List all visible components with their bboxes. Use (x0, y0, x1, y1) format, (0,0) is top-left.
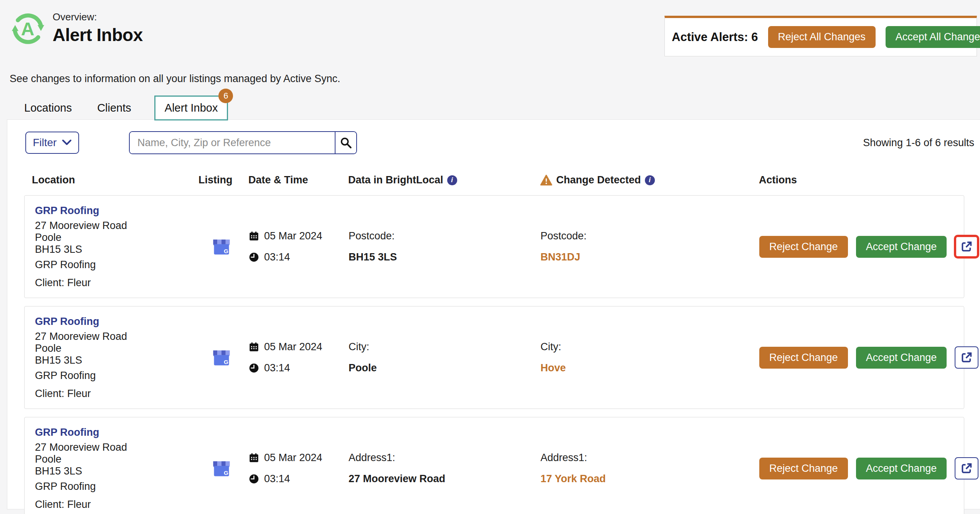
open-listing-button[interactable] (955, 457, 978, 479)
accept-change-button[interactable]: Accept Change (856, 347, 947, 369)
toolbar: Filter Showing 1-6 of 6 results (7, 120, 980, 154)
external-link-icon (960, 462, 973, 474)
time-line: 03:14 (249, 251, 346, 263)
location-address1: 27 Mooreview Road (35, 220, 197, 232)
svg-text:G: G (224, 248, 228, 254)
location-address1: 27 Mooreview Road (35, 442, 197, 453)
header-detected-label: Change Detected (556, 174, 641, 186)
change-date: 05 Mar 2024 (264, 230, 322, 242)
location-name-link[interactable]: GRP Roofing (35, 316, 99, 328)
current-field-value: BH15 3LS (349, 251, 538, 263)
location-client: Client: Fleur (35, 277, 197, 289)
location-business-name: GRP Roofing (35, 481, 197, 493)
location-name-link[interactable]: GRP Roofing (35, 427, 99, 438)
current-field-value: 27 Mooreview Road (349, 473, 538, 485)
open-listing-button[interactable] (955, 236, 978, 258)
table-header-row: Location Listing Date & Time Data in Bri… (24, 174, 964, 195)
location-address1: 27 Mooreview Road (35, 331, 197, 343)
google-business-storefront-icon: G (212, 459, 231, 478)
detected-change-cell: Address1: 17 York Road (538, 452, 730, 485)
location-city: Poole (35, 232, 197, 244)
tab-alert-inbox[interactable]: Alert Inbox 6 (154, 96, 228, 120)
reject-change-button[interactable]: Reject Change (759, 347, 848, 369)
external-link-icon (960, 351, 973, 364)
location-cell: GRP Roofing 27 Mooreview Road Poole BH15… (25, 427, 197, 511)
location-postcode: BH15 3LS (35, 354, 197, 366)
search-input[interactable] (130, 132, 335, 153)
active-alerts-count: Active Alerts: 6 (672, 30, 758, 44)
active-alerts-card: Active Alerts: 6 Reject All Changes Acce… (664, 16, 977, 56)
change-time: 03:14 (264, 251, 290, 263)
warning-triangle-icon (540, 175, 552, 186)
change-date: 05 Mar 2024 (264, 341, 322, 353)
overview-label: Overview: (53, 11, 143, 23)
google-business-storefront-icon: G (212, 348, 231, 367)
location-cell: GRP Roofing 27 Mooreview Road Poole BH15… (25, 316, 197, 400)
title-block: Overview: Alert Inbox (53, 11, 143, 45)
google-business-storefront-icon: G (212, 237, 231, 256)
active-sync-logo-icon: A (10, 10, 46, 46)
accept-change-button[interactable]: Accept Change (856, 458, 947, 479)
current-field-label: Address1: (349, 452, 538, 464)
location-city: Poole (35, 343, 197, 354)
actions-cell: Reject Change Accept Change (730, 457, 978, 479)
reject-change-button[interactable]: Reject Change (759, 236, 848, 258)
location-business-name: GRP Roofing (35, 259, 197, 271)
location-postcode: BH15 3LS (35, 244, 197, 255)
current-data-cell: Postcode: BH15 3LS (346, 230, 538, 263)
reject-all-changes-button[interactable]: Reject All Changes (768, 26, 876, 48)
listing-cell: G (197, 237, 246, 256)
clock-icon (249, 252, 259, 262)
tab-alert-inbox-label: Alert Inbox (165, 102, 218, 114)
alert-row: GRP Roofing 27 Mooreview Road Poole BH15… (24, 417, 964, 514)
datetime-cell: 05 Mar 2024 03:14 (246, 452, 346, 485)
page-subtitle: See changes to information on all your l… (10, 73, 980, 85)
header-detected: Change Detected i (538, 174, 730, 186)
time-line: 03:14 (249, 473, 346, 485)
location-name-link[interactable]: GRP Roofing (35, 205, 99, 217)
current-field-label: Postcode: (349, 230, 538, 242)
magnifier-icon (339, 136, 352, 149)
location-client: Client: Fleur (35, 388, 197, 400)
change-time: 03:14 (264, 473, 290, 485)
datetime-cell: 05 Mar 2024 03:14 (246, 230, 346, 263)
alerts-table: Location Listing Date & Time Data in Bri… (24, 174, 964, 514)
tab-clients[interactable]: Clients (90, 102, 138, 114)
date-line: 05 Mar 2024 (249, 230, 346, 242)
open-listing-button[interactable] (955, 346, 978, 369)
current-field-label: City: (349, 341, 538, 353)
detected-field-label: Address1: (540, 452, 730, 464)
svg-text:G: G (224, 359, 228, 365)
current-data-cell: City: Poole (346, 341, 538, 374)
detected-field-label: City: (540, 341, 730, 353)
alert-count-badge: 6 (218, 89, 233, 103)
current-field-value: Poole (349, 362, 538, 374)
chevron-down-icon (62, 139, 72, 146)
location-client: Client: Fleur (35, 499, 197, 511)
search-box (129, 131, 357, 154)
location-city: Poole (35, 453, 197, 465)
actions-cell: Reject Change Accept Change (730, 236, 978, 258)
detected-field-value: 17 York Road (540, 473, 730, 485)
tab-locations[interactable]: Locations (17, 102, 79, 114)
location-business-name: GRP Roofing (35, 370, 197, 382)
time-line: 03:14 (249, 362, 346, 374)
filter-button[interactable]: Filter (25, 132, 79, 154)
search-button[interactable] (335, 132, 356, 153)
svg-text:G: G (224, 470, 228, 476)
accept-change-button[interactable]: Accept Change (856, 236, 947, 258)
page-header: A Overview: Alert Inbox Active Alerts: 6… (0, 0, 980, 61)
current-data-cell: Address1: 27 Mooreview Road (346, 452, 538, 485)
header-datetime: Date & Time (246, 174, 346, 186)
info-icon[interactable]: i (645, 175, 655, 185)
alert-row: GRP Roofing 27 Mooreview Road Poole BH15… (24, 306, 964, 409)
info-icon[interactable]: i (447, 175, 457, 185)
filter-button-label: Filter (33, 137, 56, 149)
alert-inbox-page: A Overview: Alert Inbox Active Alerts: 6… (0, 0, 980, 514)
reject-change-button[interactable]: Reject Change (759, 458, 848, 479)
accept-all-changes-button[interactable]: Accept All Changes (886, 26, 980, 48)
external-link-icon (960, 241, 973, 253)
calendar-icon (249, 453, 259, 463)
detected-field-value: BN31DJ (540, 251, 730, 263)
alert-rows: GRP Roofing 27 Mooreview Road Poole BH15… (24, 195, 964, 514)
